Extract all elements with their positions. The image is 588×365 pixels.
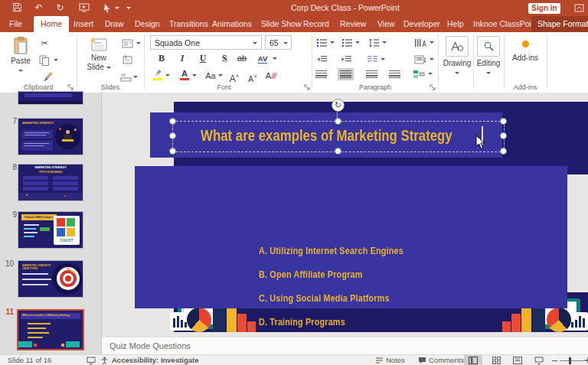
answer-option-d[interactable]: D. Training Programs [259,317,345,328]
character-spacing-caret-icon[interactable] [273,57,277,60]
clear-formatting-button[interactable]: A [265,70,277,82]
tab-home[interactable]: Home [34,16,69,32]
zoom-in-button[interactable] [585,357,588,363]
bullets-caret-icon[interactable] [330,41,335,44]
view-slide-sorter-button[interactable] [487,355,505,365]
tab-design[interactable]: Design [135,16,160,32]
increase-indent-icon[interactable] [340,54,352,65]
tab-help[interactable]: Help [447,16,464,32]
drawing-button[interactable]: Drawing [443,34,472,83]
copy-caret-icon[interactable] [54,59,58,61]
selection-handle-top-left[interactable] [169,118,176,125]
line-spacing-icon[interactable] [368,37,380,48]
view-slideshow-button[interactable] [530,355,548,365]
zoom-slider-knob[interactable] [569,357,571,364]
new-slide-button[interactable]: New Slide [81,34,116,83]
slide-layout-icon[interactable] [121,38,133,50]
thumbnail-slide-8[interactable]: MARKETING STRATEGY TIPS FOR BUSINESS [18,165,83,200]
answer-option-a[interactable]: A. Utilizing Internet Search Engines [259,246,403,256]
section-caret-icon[interactable] [133,76,138,78]
start-slideshow-icon[interactable] [79,3,90,15]
tab-draw[interactable]: Draw [105,16,124,32]
font-dialog-launcher-icon[interactable] [304,84,311,91]
columns-icon[interactable] [366,54,378,65]
tab-review[interactable]: Review [340,16,366,32]
cut-icon[interactable]: ✂ [38,37,51,49]
align-justify-icon[interactable] [389,70,400,78]
editing-button[interactable]: Editing [475,34,501,83]
font-color-caret-icon[interactable] [192,74,197,77]
sign-in-button[interactable]: Sign in [528,3,560,14]
tab-insert[interactable]: Insert [74,16,93,32]
underline-button[interactable]: U [197,53,209,64]
selection-handle-middle-right[interactable] [500,132,507,139]
strikethrough-button[interactable]: ab [236,53,248,64]
decrease-indent-icon[interactable] [315,54,328,65]
text-shadow-button[interactable]: S [218,53,230,64]
text-direction-caret-icon[interactable] [430,41,434,44]
tab-animations[interactable]: Animations [212,16,252,32]
notes-toggle[interactable]: Notes [386,355,405,365]
selection-handle-bottom-center[interactable] [335,148,341,155]
tab-shape-format[interactable]: Shape Format [531,16,588,32]
tab-file[interactable]: File [9,16,22,32]
align-text-icon[interactable] [414,54,426,65]
view-reading-button[interactable] [508,355,527,365]
slide-editing-canvas[interactable]: A. Utilizing Internet Search Engines B. … [102,93,588,337]
tab-slide-show[interactable]: Slide Show [261,16,302,32]
smartart-caret-icon[interactable] [428,73,433,75]
qat-customize-caret-icon[interactable] [126,7,131,9]
section-icon[interactable] [119,72,132,83]
decrease-font-size-button[interactable]: A˅ [247,70,259,82]
notes-icon[interactable] [375,357,384,363]
columns-caret-icon[interactable] [381,58,385,60]
accessibility-status[interactable]: Accessibility: Investigate [112,355,199,365]
highlight-caret-icon[interactable] [165,74,170,77]
numbering-caret-icon[interactable] [355,41,360,44]
text-direction-icon[interactable] [414,37,426,48]
thumbnail-slide-7[interactable]: MARKETING STRATEGY [18,119,83,155]
tab-inknoe-classpoint[interactable]: Inknoe ClassPoint [473,16,538,32]
paragraph-dialog-launcher-icon[interactable] [430,84,436,91]
align-right-icon[interactable] [366,70,377,78]
accessibility-icon[interactable] [100,357,109,365]
align-center-icon[interactable] [340,70,351,78]
align-left-icon[interactable] [315,70,327,78]
thumbnail-slide-9[interactable]: Perform a SWOT analysis: SWOT [18,212,83,248]
thumbnail-slide-6-partial[interactable] [18,92,83,104]
bullets-icon[interactable] [315,37,328,48]
font-size-combo[interactable]: 65 [265,35,292,50]
rotation-handle-icon[interactable]: ↻ [332,99,345,112]
comments-icon[interactable] [418,357,426,365]
layout-caret-icon[interactable] [136,42,141,44]
notes-panel[interactable]: Quiz Mode Questions [102,337,588,355]
redo-icon[interactable]: ↻ [54,2,66,14]
line-spacing-caret-icon[interactable] [382,41,387,44]
tab-transitions[interactable]: Transitions [169,16,208,32]
font-color-icon[interactable]: A [178,70,191,81]
numbering-icon[interactable] [341,37,353,48]
selection-handle-bottom-right[interactable] [500,148,507,155]
tab-view[interactable]: View [377,16,395,32]
pen-input-icon[interactable] [103,3,114,15]
convert-to-smartart-icon[interactable] [413,68,425,80]
change-case-caret-icon[interactable] [218,74,223,77]
thumbnail-slide-10[interactable]: MARKETING STRATEGY OBJECTIVES [18,261,83,297]
zoom-slider-track[interactable] [560,360,585,361]
thumbnail-slide-11-selected[interactable]: What are examples of Marketing Strategy [17,309,84,350]
zoom-out-button[interactable] [552,360,557,362]
change-case-button[interactable]: Aa [204,70,217,82]
answer-option-b[interactable]: B. Open Affiliate Program [259,269,363,280]
selection-handle-bottom-left[interactable] [169,148,176,155]
tab-developer[interactable]: Developer [403,16,440,32]
comments-toggle[interactable]: Comments [429,355,464,365]
clipboard-dialog-launcher-icon[interactable] [67,84,74,91]
undo-icon[interactable]: ↶ [33,2,44,14]
increase-font-size-button[interactable]: A˄ [228,70,240,82]
selection-handle-middle-left[interactable] [169,132,176,139]
selection-handle-top-right[interactable] [500,118,507,125]
highlight-color-icon[interactable] [152,70,164,81]
pen-dropdown-caret-icon[interactable] [115,7,119,9]
view-normal-button[interactable] [464,355,482,365]
bold-button[interactable]: B [155,53,168,64]
